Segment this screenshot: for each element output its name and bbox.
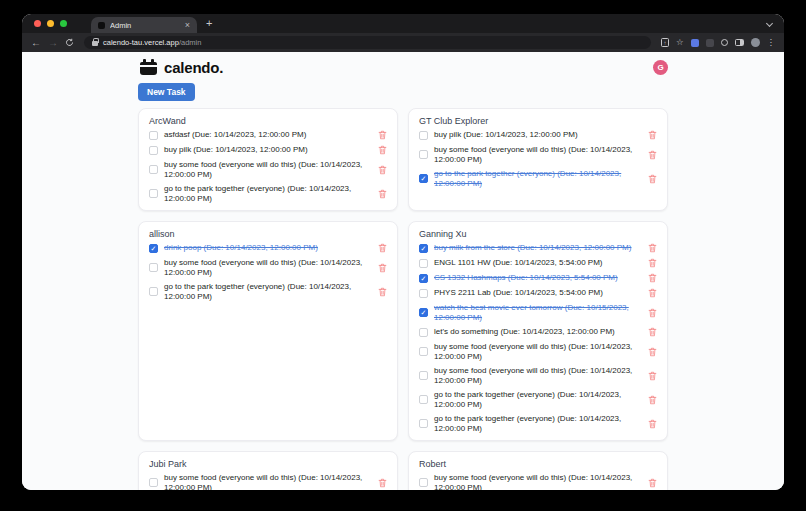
task-row: buy some food (everyone will do this) (D… [149,160,387,179]
task-row: buy some food (everyone will do this) (D… [419,473,657,490]
card-owner: ArcWand [149,116,387,126]
task-label: let's do something (Due: 10/14/2023, 12:… [434,327,638,337]
trash-icon [378,261,387,276]
task-checkbox[interactable] [149,146,158,155]
trash-icon [648,369,657,384]
task-checkbox[interactable] [149,189,158,198]
delete-task-button[interactable] [378,145,387,155]
trash-icon [648,172,657,187]
task-label: go to the park together (everyone) (Due:… [164,282,368,301]
task-checkbox[interactable]: ✓ [419,244,428,253]
task-row: ✓ CS 1332 Hashmaps (Due: 10/14/2023, 5:5… [419,273,657,283]
task-row: go to the park together (everyone) (Due:… [419,414,657,433]
browser-profile-avatar[interactable] [751,38,760,47]
task-row: buy some food (everyone will do this) (D… [419,342,657,361]
tab-search-chevron-icon[interactable] [766,20,773,27]
sidebar-toggle-icon[interactable] [735,39,744,46]
task-label: go to the park together (everyone) (Due:… [434,414,638,433]
delete-task-button[interactable] [648,395,657,405]
shield-extension-icon[interactable] [721,39,728,46]
delete-task-button[interactable] [378,263,387,273]
task-row: buy some food (everyone will do this) (D… [419,145,657,164]
delete-task-button[interactable] [648,150,657,160]
task-row: go to the park together (everyone) (Due:… [419,390,657,409]
delete-task-button[interactable] [648,243,657,253]
delete-task-button[interactable] [648,419,657,429]
delete-task-button[interactable] [378,287,387,297]
pinned-extension-icon[interactable] [706,39,714,47]
task-label: watch the best movie ever tomorrow (Due:… [434,303,638,322]
task-checkbox[interactable] [419,419,428,428]
task-checkbox[interactable] [419,289,428,298]
delete-task-button[interactable] [378,189,387,199]
delete-task-button[interactable] [648,130,657,140]
task-checkbox[interactable] [149,287,158,296]
menu-kebab-icon[interactable]: ⋮ [767,38,776,47]
user-task-card: Robert buy some food (everyone will do t… [408,451,668,490]
task-checkbox[interactable] [419,478,428,487]
calendar-logo-icon [140,62,157,75]
share-icon[interactable]: ↑ [661,38,669,47]
tab-close-icon[interactable]: × [185,21,190,30]
minimize-window-button[interactable] [47,20,54,27]
task-checkbox[interactable] [419,371,428,380]
delete-task-button[interactable] [648,288,657,298]
delete-task-button[interactable] [378,478,387,488]
browser-window: Admin × + ← → calendo-tau.vercel.app/adm… [22,14,784,490]
task-label: go to the park together (everyone) (Due:… [164,184,368,203]
delete-task-button[interactable] [648,174,657,184]
trash-icon [648,393,657,408]
new-tab-button[interactable]: + [206,18,212,29]
task-checkbox[interactable] [419,259,428,268]
task-label: go to the park together (everyone) (Due:… [434,169,638,188]
tab-title: Admin [110,21,180,30]
trash-icon [378,163,387,178]
trash-icon [378,241,387,256]
task-label: buy pilk (Due: 10/14/2023, 12:00:00 PM) [164,145,368,155]
extension-icon[interactable] [691,39,699,47]
user-task-card: ArcWand asfdasf (Due: 10/14/2023, 12:00:… [138,108,398,211]
zoom-window-button[interactable] [60,20,67,27]
new-task-button[interactable]: New Task [138,83,195,101]
browser-tab-admin[interactable]: Admin × [91,17,197,33]
task-checkbox[interactable] [149,263,158,272]
task-checkbox[interactable] [149,478,158,487]
reload-icon[interactable] [65,38,74,47]
task-row: ✓ watch the best movie ever tomorrow (Du… [419,303,657,322]
task-list: buy some food (everyone will do this) (D… [419,473,657,490]
user-task-card: allison ✓ drink poop (Due: 10/14/2023, 1… [138,221,398,441]
task-checkbox[interactable] [419,347,428,356]
task-checkbox[interactable] [149,131,158,140]
task-checkbox[interactable] [419,395,428,404]
trash-icon [648,271,657,286]
task-checkbox[interactable] [419,131,428,140]
task-checkbox[interactable]: ✓ [419,308,428,317]
delete-task-button[interactable] [378,165,387,175]
task-checkbox[interactable]: ✓ [419,174,428,183]
address-bar[interactable]: calendo-tau.vercel.app/admin [84,36,651,49]
forward-icon[interactable]: → [48,38,58,48]
task-checkbox[interactable] [419,150,428,159]
user-task-card: GT Club Explorer buy pilk (Due: 10/14/20… [408,108,668,211]
delete-task-button[interactable] [648,308,657,318]
back-icon[interactable]: ← [31,38,41,48]
task-checkbox[interactable]: ✓ [419,274,428,283]
task-checkbox[interactable]: ✓ [149,244,158,253]
page-body: calendo. G New Task ArcWand asfdasf (Due… [22,52,784,490]
bookmark-star-icon[interactable]: ☆ [676,38,684,47]
task-checkbox[interactable] [149,165,158,174]
delete-task-button[interactable] [378,130,387,140]
user-avatar[interactable]: G [653,60,668,75]
task-label: buy some food (everyone will do this) (D… [164,473,368,490]
delete-task-button[interactable] [648,327,657,337]
delete-task-button[interactable] [378,243,387,253]
delete-task-button[interactable] [648,371,657,381]
delete-task-button[interactable] [648,478,657,488]
task-list: buy pilk (Due: 10/14/2023, 12:00:00 PM) … [419,130,657,188]
card-owner: Robert [419,459,657,469]
close-window-button[interactable] [34,20,41,27]
task-checkbox[interactable] [419,328,428,337]
delete-task-button[interactable] [648,347,657,357]
delete-task-button[interactable] [648,273,657,283]
delete-task-button[interactable] [648,258,657,268]
